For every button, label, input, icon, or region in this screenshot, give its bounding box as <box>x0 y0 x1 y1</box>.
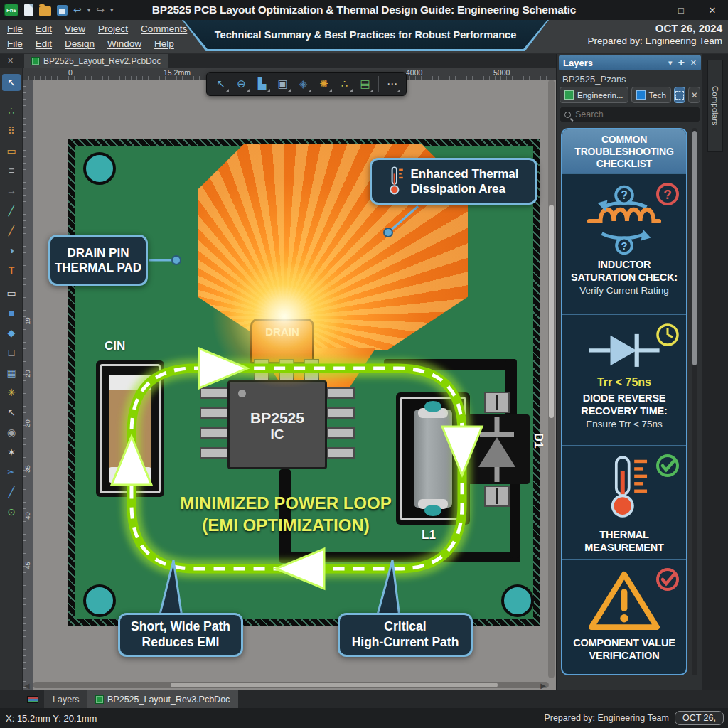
pcb-canvas[interactable]: 0 15.2mm 4000 5000 19 20 30 35 40 45 ↖ ⊖… <box>23 68 556 690</box>
grid-dots-tool[interactable]: ✺ <box>314 75 333 93</box>
select-tool[interactable]: ↖ <box>211 75 230 93</box>
spark-tool[interactable]: ✳ <box>2 384 21 401</box>
close-panel-icon[interactable]: ✕ <box>7 56 14 65</box>
menu-edit-2[interactable]: Edit <box>36 38 52 49</box>
zoom-tool[interactable]: ⊖ <box>232 75 251 93</box>
menu-file-2[interactable]: File <box>7 38 23 49</box>
cin-capacitor[interactable] <box>96 360 164 497</box>
check-badge-icon <box>655 453 680 481</box>
filter-chip-engineering[interactable]: Engineerin... <box>560 87 628 103</box>
sheet-tool[interactable]: □ <box>2 344 21 361</box>
right-dock-strip: Compolars <box>702 54 728 690</box>
layers-panel: Layers ▾ ✚ ✕ BP2525_Pzans Engineerin... … <box>556 54 702 690</box>
mounting-hole <box>83 152 116 185</box>
dots-tool[interactable]: ⠿ <box>2 122 21 139</box>
mounting-hole <box>83 584 116 617</box>
document-tab[interactable]: BP2525_Layout_Rev2.PcbDoc <box>24 54 168 68</box>
menu-window[interactable]: Window <box>107 38 141 49</box>
inspect-tool[interactable]: ⊙ <box>2 503 21 520</box>
ic-label: IC <box>230 427 325 442</box>
drain-pad[interactable]: DRAIN <box>250 318 314 364</box>
search-input[interactable] <box>575 109 682 119</box>
floating-toolbar: ↖ ⊖ ▙ ▣ ◈ ✺ ∴ ▤ ⋯ <box>206 72 407 96</box>
panel-close-icon[interactable]: ✕ <box>690 58 697 68</box>
pcb-board[interactable]: DRAIN BP2525 IC CIN <box>68 139 540 626</box>
ic-pin <box>326 407 355 419</box>
layer-search[interactable] <box>560 107 700 122</box>
pcb-designer-window: Fn6 ↩ ▾ ↪ ▾ BP2525 PCB Layout Optimizati… <box>0 0 728 728</box>
bp2525-ic[interactable]: BP2525 IC <box>228 380 327 469</box>
move-tool[interactable]: → <box>2 182 21 199</box>
grid-tool[interactable]: ▦ <box>2 364 21 381</box>
sphere-tool[interactable]: ◈ <box>294 75 313 93</box>
document-tab-bar: ✕ BP2525_Layout_Rev2.PcbDoc <box>0 54 556 68</box>
vertical-ruler: 19 20 30 35 40 45 <box>23 80 33 690</box>
fill-tool[interactable]: ■ <box>2 304 21 321</box>
select-area-tool[interactable]: ▭ <box>2 142 21 159</box>
checklist-item-inductor[interactable]: ? ? ? INDUCTORSATURATION CHECK: Verify C… <box>562 173 686 314</box>
cursor-tool[interactable]: ↖ <box>2 404 21 421</box>
d1-diode[interactable] <box>464 414 530 484</box>
diode-icon <box>584 328 664 372</box>
selection-mode-button[interactable] <box>674 87 686 103</box>
monitor-tool[interactable]: ▤ <box>355 75 375 93</box>
pen-tool[interactable]: ╱ <box>2 483 21 500</box>
layers-bottom-tab[interactable]: Layers <box>44 690 88 709</box>
draw-tool[interactable]: ◑ <box>2 242 21 259</box>
status-bar: X: 15.2mm Y: 20.1mm Prepared by: Enginee… <box>0 708 728 728</box>
checklist-item-thermal[interactable]: THERMALMEASUREMENT <box>562 445 686 559</box>
menu-file[interactable]: File <box>7 23 23 34</box>
components-panel-tab[interactable]: Compolars <box>707 60 723 152</box>
menu-design[interactable]: Design <box>65 38 95 49</box>
route-tool[interactable]: ∴ <box>2 102 21 119</box>
bottom-tab-bar: Layers BP2525_Layout_Rev3.PcbDoc <box>0 690 728 708</box>
list-tool[interactable]: ≡ <box>2 162 21 179</box>
canvas-horizontal-scrollbar[interactable] <box>33 682 549 688</box>
layers-panel-header[interactable]: Layers ▾ ✚ ✕ <box>559 55 701 70</box>
region-tool[interactable]: ▭ <box>2 284 21 301</box>
clear-filter-button[interactable]: ✕ <box>688 87 700 103</box>
minimize-button[interactable]: — <box>634 0 665 20</box>
panel-dropdown-icon[interactable]: ▾ <box>668 58 673 68</box>
ic-label: BP2525 <box>230 410 325 427</box>
thermometer-icon <box>388 166 404 196</box>
panel-scrollbar[interactable] <box>692 128 697 675</box>
close-button[interactable]: ✕ <box>697 0 728 20</box>
canvas-vertical-scrollbar[interactable] <box>548 80 555 678</box>
polygon-pour-tool[interactable]: ◆ <box>2 324 21 341</box>
ic-pin <box>200 407 228 419</box>
xy-plot-tool[interactable]: ∴ <box>335 75 354 93</box>
drain-label: DRAIN <box>265 326 299 338</box>
d1-pad <box>484 486 510 507</box>
chart-tool[interactable]: ▙ <box>252 75 272 93</box>
filter-chip-tech[interactable]: Tech <box>631 87 671 103</box>
checklist-item-diode[interactable]: Trr < 75ns DIODE REVERSERECOVERY TIME: E… <box>562 314 686 445</box>
cut-tool[interactable]: ✂ <box>2 464 21 481</box>
text-tool[interactable]: T <box>2 262 21 279</box>
menu-help[interactable]: Help <box>154 38 174 49</box>
track-tool[interactable]: ╱ <box>2 222 21 239</box>
via-tool[interactable]: ◉ <box>2 424 21 441</box>
layers-stack-icon[interactable] <box>27 696 38 703</box>
thermometer-icon <box>595 451 653 525</box>
menu-comments[interactable]: Comments <box>141 23 187 34</box>
select-tool[interactable]: ↖ <box>2 74 21 91</box>
panel-pin-icon[interactable]: ✚ <box>678 58 685 68</box>
more-tools[interactable]: ⋯ <box>382 75 402 93</box>
maximize-button[interactable]: □ <box>665 0 697 20</box>
fanout-tool[interactable]: ✶ <box>2 444 21 461</box>
menu-project[interactable]: Project <box>98 23 128 34</box>
line-tool[interactable]: ╱ <box>2 202 21 219</box>
menu-edit[interactable]: Edit <box>36 23 52 34</box>
date-chip[interactable]: OCT 26, <box>675 711 724 725</box>
window-title: BP2525 PCB Layout Optimization & Thermal… <box>0 4 728 16</box>
menu-view[interactable]: View <box>65 23 85 34</box>
callout-short-wide-path: Short, Wide PathReduces EMI <box>118 613 243 657</box>
scroll-right-arrow[interactable]: ▶ <box>540 682 546 690</box>
checklist-item-component-value[interactable]: COMPONENT VALUEVERIFICATION <box>562 559 686 673</box>
pages-tool[interactable]: ▣ <box>273 75 292 93</box>
scroll-left-arrow[interactable]: ◀ <box>24 682 30 690</box>
ic-pin <box>304 359 319 383</box>
document-bottom-tab[interactable]: BP2525_Layout_Rev3.PcbDoc <box>87 690 238 709</box>
green-layer-swatch <box>564 90 574 100</box>
